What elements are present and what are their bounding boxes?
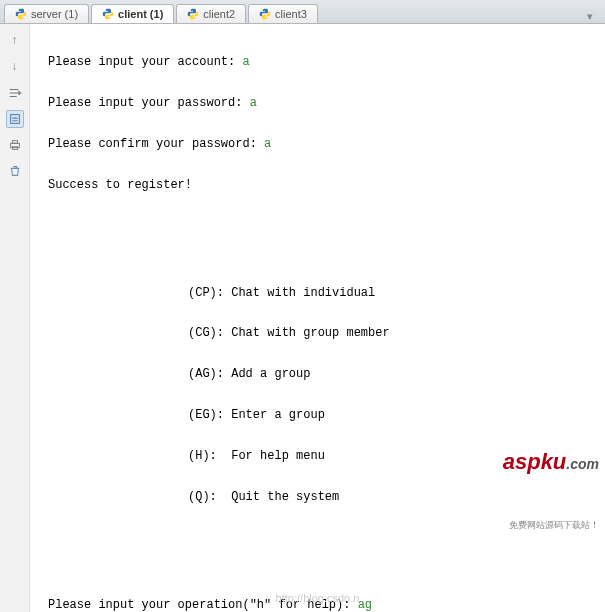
tabs-bar: server (1) client (1) client2 client3 ▾ (0, 0, 605, 24)
menu-desc: Add a group (231, 367, 310, 381)
user-input: a (242, 55, 249, 69)
menu-desc: For help menu (231, 449, 325, 463)
menu-key: (Q) (188, 490, 210, 504)
text: Please input your operation("h" for help… (48, 598, 358, 612)
trash-icon[interactable] (6, 162, 24, 180)
menu-desc: Quit the system (231, 490, 339, 504)
tab-client3[interactable]: client3 (248, 4, 318, 23)
menu-key: (CP) (188, 286, 217, 300)
text: Please input your password: (48, 96, 250, 110)
arrow-up-icon[interactable]: ↑ (6, 32, 24, 50)
menu-key: (EG) (188, 408, 217, 422)
tab-label: client (1) (118, 8, 163, 20)
tabs-menu-icon[interactable]: ▾ (581, 10, 599, 23)
menu-desc: Chat with group member (231, 326, 389, 340)
tab-label: client2 (203, 8, 235, 20)
tab-client-1[interactable]: client (1) (91, 4, 174, 23)
python-icon (187, 8, 199, 20)
python-icon (259, 8, 271, 20)
main-area: ↑ ↓ Please input your account: a Please … (0, 24, 605, 612)
scroll-lock-icon[interactable] (6, 110, 24, 128)
user-input: ag (358, 598, 372, 612)
menu-key: (CG) (188, 326, 217, 340)
python-icon (102, 8, 114, 20)
menu-block: (CP): Chat with individual (CG): Chat wi… (48, 262, 597, 527)
tab-client2[interactable]: client2 (176, 4, 246, 23)
menu-key: (AG) (188, 367, 217, 381)
text: Please confirm your password: (48, 137, 264, 151)
wrap-icon[interactable] (6, 84, 24, 102)
gutter-toolbar: ↑ ↓ (0, 24, 30, 612)
user-input: a (250, 96, 257, 110)
user-input: a (264, 137, 271, 151)
tab-server-1[interactable]: server (1) (4, 4, 89, 23)
tab-label: client3 (275, 8, 307, 20)
menu-key: (H) (188, 449, 210, 463)
text: Success to register! (48, 175, 597, 195)
text: Please input your account: (48, 55, 242, 69)
svg-rect-0 (10, 115, 19, 124)
arrow-down-icon[interactable]: ↓ (6, 58, 24, 76)
menu-desc: Chat with individual (231, 286, 375, 300)
python-icon (15, 8, 27, 20)
menu-desc: Enter a group (231, 408, 325, 422)
svg-rect-2 (12, 141, 17, 144)
tab-label: server (1) (31, 8, 78, 20)
console-output[interactable]: Please input your account: a Please inpu… (30, 24, 605, 612)
print-icon[interactable] (6, 136, 24, 154)
